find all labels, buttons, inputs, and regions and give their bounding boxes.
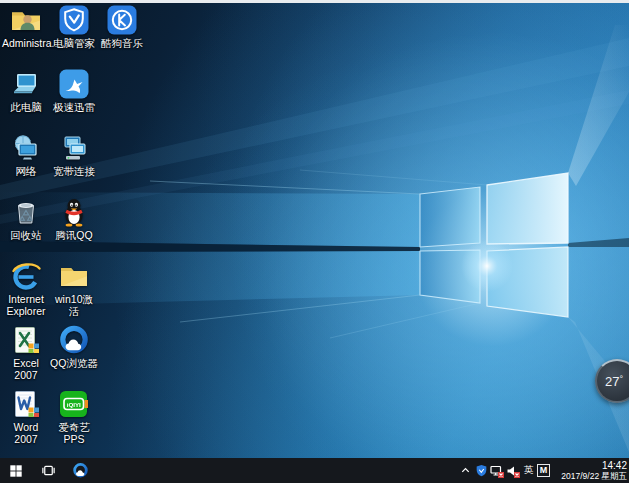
ime-language-indicator[interactable]: 英	[521, 458, 536, 483]
this-pc-icon	[10, 68, 42, 100]
icon-label: 爱奇艺PPS	[50, 422, 98, 445]
windows-logo-icon	[9, 464, 23, 478]
kugou-music-icon	[106, 4, 138, 36]
task-view-button[interactable]	[33, 458, 63, 483]
thunder-icon	[58, 68, 90, 100]
network-disconnected-tray-icon[interactable]	[489, 458, 505, 483]
desktop-icon-broadband[interactable]: 宽带连接	[50, 132, 98, 194]
desktop-icon-kugou-music[interactable]: 酷狗音乐	[98, 4, 146, 66]
ime-mode-letter: M	[537, 464, 550, 477]
volume-muted-tray-icon[interactable]	[505, 458, 521, 483]
desktop-icons: Administra...电脑管家酷狗音乐此电脑极速迅雷网络宽带连接回收站腾讯Q…	[0, 0, 629, 458]
icon-label: 宽带连接	[50, 166, 98, 178]
internet-explorer-icon	[10, 260, 42, 292]
system-tray: 英 M 14:42 2017/9/22 星期五	[457, 458, 629, 483]
clock-date: 2017/9/22 星期五	[551, 471, 627, 482]
icon-label: 电脑管家	[50, 38, 98, 50]
temperature-value: 27	[605, 374, 619, 389]
desktop-icon-this-pc[interactable]: 此电脑	[2, 68, 50, 130]
task-view-icon	[41, 463, 56, 478]
top-edge-strip	[0, 0, 629, 3]
icon-label: win10激活	[50, 294, 98, 317]
iqiyi-pps-icon: iQIYI	[58, 388, 90, 420]
desktop-icon-iqiyi-pps[interactable]: iQIYI爱奇艺PPS	[50, 388, 98, 450]
win10-activate-icon	[58, 260, 90, 292]
clock-time: 14:42	[551, 460, 627, 471]
icon-label: 极速迅雷	[50, 102, 98, 114]
network-icon	[10, 132, 42, 164]
desktop-icon-network[interactable]: 网络	[2, 132, 50, 194]
desktop-icon-win10-activate[interactable]: win10激活	[50, 260, 98, 322]
desktop-icon-pc-manager[interactable]: 电脑管家	[50, 4, 98, 66]
icon-label: Excel 2007	[2, 358, 50, 381]
icon-label: Internet Explorer	[2, 294, 50, 317]
administrator-folder-icon	[10, 4, 42, 36]
icon-label: 酷狗音乐	[98, 38, 146, 50]
word-2007-icon	[10, 388, 42, 420]
desktop-icon-internet-explorer[interactable]: Internet Explorer	[2, 260, 50, 322]
ime-mode-indicator[interactable]: M	[536, 458, 551, 483]
icon-label: 腾讯QQ	[50, 230, 98, 242]
temperature-unit: °	[619, 374, 623, 384]
chevron-up-icon	[460, 465, 471, 476]
taskbar: 英 M 14:42 2017/9/22 星期五	[0, 458, 629, 483]
icon-label: Word 2007	[2, 422, 50, 445]
svg-text:iQIYI: iQIYI	[67, 401, 81, 408]
excel-2007-icon	[10, 324, 42, 356]
start-button[interactable]	[1, 458, 31, 483]
desktop-icon-recycle-bin[interactable]: 回收站	[2, 196, 50, 258]
icon-label: 此电脑	[2, 102, 50, 114]
qq-browser-taskbar-button[interactable]	[65, 458, 95, 483]
tray-expand-button[interactable]	[457, 458, 473, 483]
qq-browser-icon	[72, 462, 89, 479]
desktop-icon-excel-2007[interactable]: Excel 2007	[2, 324, 50, 386]
qq-browser-icon	[58, 324, 90, 356]
desktop-icon-qq-browser[interactable]: QQ浏览器	[50, 324, 98, 386]
pc-manager-icon	[58, 4, 90, 36]
icon-label: 网络	[2, 166, 50, 178]
icon-label: QQ浏览器	[50, 358, 98, 370]
desktop-icon-administrator-folder[interactable]: Administra...	[2, 4, 50, 66]
security-shield-tray-icon[interactable]	[473, 458, 489, 483]
desktop-screen: Administra...电脑管家酷狗音乐此电脑极速迅雷网络宽带连接回收站腾讯Q…	[0, 0, 629, 483]
icon-label: Administra...	[2, 38, 50, 50]
desktop-icon-tencent-qq[interactable]: 腾讯QQ	[50, 196, 98, 258]
desktop-icon-thunder[interactable]: 极速迅雷	[50, 68, 98, 130]
tencent-qq-icon	[58, 196, 90, 228]
desktop-icon-word-2007[interactable]: Word 2007	[2, 388, 50, 450]
broadband-icon	[58, 132, 90, 164]
taskbar-left-group	[0, 458, 96, 483]
recycle-bin-icon	[10, 196, 42, 228]
icon-label: 回收站	[2, 230, 50, 242]
taskbar-clock[interactable]: 14:42 2017/9/22 星期五	[551, 460, 629, 482]
